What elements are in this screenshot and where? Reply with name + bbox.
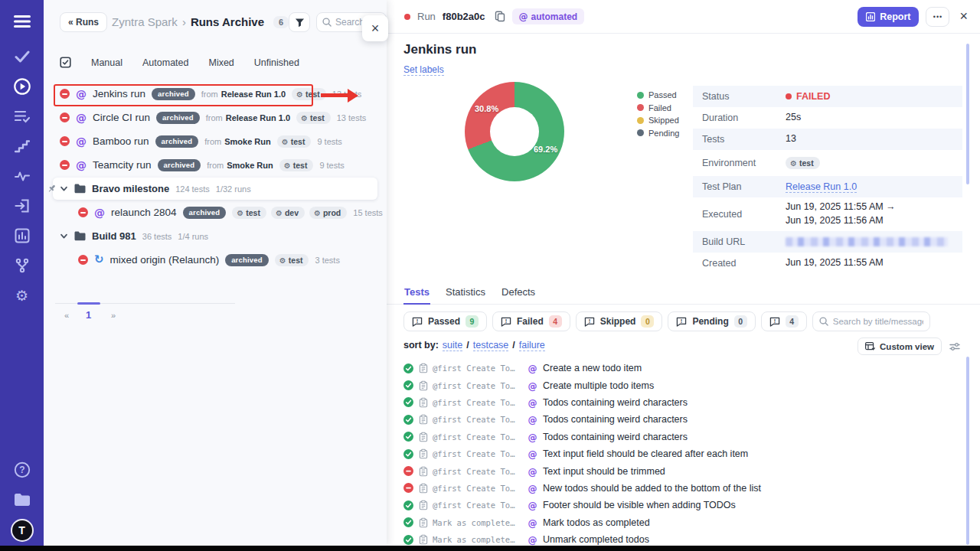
test-title[interactable]: New todos should be added to the bottom …	[543, 483, 761, 494]
test-row[interactable]: @first Create To… Create a new todo item	[403, 360, 963, 377]
back-to-runs-button[interactable]: « Runs	[60, 12, 107, 32]
milestone-row[interactable]: Bravo milestone 124 tests 1/32 runs	[53, 178, 377, 200]
filter-funnel-button[interactable]	[289, 12, 310, 32]
test-title[interactable]: Footer should be visible when adding TOD…	[543, 500, 736, 510]
run-list-item[interactable]: Circle CI run archived from Release Run …	[53, 106, 377, 129]
tab-tests[interactable]: Tests	[403, 286, 430, 305]
run-list-item[interactable]: Teamcity run archived from Smoke Run tes…	[53, 154, 377, 176]
run-failed-status-icon	[60, 136, 70, 146]
filter-button[interactable]: ! Passed 9	[403, 311, 487, 331]
test-row[interactable]: @first Create To… Todos containing weird…	[403, 411, 963, 428]
test-title[interactable]: Text input should be trimmed	[543, 466, 665, 477]
run-from-plan: Release Run 1.0	[221, 90, 286, 99]
test-row[interactable]: Mark as complete… Mark todos as complete…	[403, 514, 963, 531]
report-button[interactable]: Report	[858, 7, 919, 27]
scrollbar-thumb-top[interactable]	[966, 44, 969, 184]
results-donut-chart	[465, 82, 564, 181]
folder-icon	[74, 231, 86, 241]
run-name[interactable]: Jenkins run	[93, 88, 145, 99]
sort-by-failure[interactable]: failure	[519, 340, 545, 351]
milestone-name[interactable]: Build 981	[92, 230, 136, 242]
run-name[interactable]: Teamcity run	[93, 159, 152, 171]
branch-icon[interactable]	[13, 256, 31, 275]
steps-icon[interactable]	[13, 137, 31, 155]
tab-manual[interactable]: Manual	[91, 57, 122, 68]
test-row[interactable]: @first Create To… Create multiple todo i…	[403, 377, 963, 393]
tab-statistics[interactable]: Statistics	[445, 286, 486, 304]
list-check-icon[interactable]	[13, 107, 31, 126]
sort-by-suite[interactable]: suite	[443, 340, 462, 351]
more-options-button[interactable]: •••	[926, 7, 949, 27]
filter-button[interactable]: ! Failed 4	[492, 311, 570, 331]
milestone-row[interactable]: Build 981 36 tests 1/4 runs	[53, 225, 377, 247]
run-name[interactable]: Circle CI run	[93, 112, 150, 123]
filter-button[interactable]: ! Pending 0	[668, 311, 755, 331]
run-name[interactable]: Bamboo run	[93, 135, 149, 147]
custom-view-button[interactable]: Custom view	[858, 337, 942, 355]
projects-folder-icon[interactable]	[13, 491, 31, 509]
tests-search-box[interactable]	[812, 311, 930, 331]
import-icon[interactable]	[13, 197, 31, 215]
test-row[interactable]: @first Create To… Text input should be t…	[403, 462, 963, 479]
test-row[interactable]: @first Create To… Todos containing weird…	[403, 394, 963, 411]
menu-icon[interactable]	[13, 12, 31, 31]
pagination-next[interactable]: »	[111, 311, 116, 320]
run-failed-status-icon	[60, 89, 70, 99]
tab-automated[interactable]: Automated	[142, 57, 188, 68]
chevron-down-icon[interactable]	[60, 184, 68, 193]
test-title[interactable]: Unmark completed todos	[543, 534, 649, 545]
test-row[interactable]: @first Create To… Todos containing weird…	[403, 429, 963, 445]
test-title[interactable]: Text input field should be cleared after…	[543, 448, 748, 459]
test-plan-link[interactable]: Release Run 1.0	[786, 181, 857, 193]
filter-button[interactable]: ! Skipped 0	[576, 311, 663, 331]
test-row[interactable]: @first Create To… New todos should be ad…	[403, 480, 963, 497]
test-title[interactable]: Todos containing weird characters	[543, 432, 688, 442]
checkmark-nav-icon[interactable]	[13, 47, 31, 66]
close-detail-icon[interactable]: ×	[959, 8, 968, 24]
settings-gear-icon[interactable]: ⚙	[13, 286, 31, 305]
sliders-icon[interactable]	[949, 342, 960, 351]
run-info-row: Tests 13	[693, 129, 962, 150]
breadcrumb-separator: ›	[182, 15, 186, 28]
tests-search-input[interactable]	[833, 317, 923, 326]
chevron-down-icon[interactable]	[60, 232, 68, 240]
select-all-icon[interactable]	[60, 57, 71, 68]
scrollbar-thumb-bottom[interactable]	[966, 357, 969, 545]
test-title[interactable]: Mark todos as completed	[543, 517, 650, 528]
run-name[interactable]: relaunch 2804	[111, 207, 177, 218]
filter-button[interactable]: ! 4	[761, 311, 807, 331]
help-icon[interactable]: ?	[13, 461, 31, 479]
run-list-item[interactable]: mixed origin (Relaunch) archived test 3 …	[53, 249, 377, 271]
test-row[interactable]: @first Create To… Footer should be visib…	[403, 497, 963, 514]
test-title[interactable]: Todos containing weird characters	[543, 414, 688, 425]
app-logo[interactable]: T	[12, 520, 32, 540]
test-row[interactable]: @first Create To… Text input field shoul…	[403, 445, 963, 462]
close-panel-icon[interactable]: ×	[362, 15, 388, 41]
test-title[interactable]: Todos containing weird characters	[543, 397, 688, 408]
breadcrumb-project[interactable]: Zyntra Spark	[112, 15, 178, 28]
report-chart-icon[interactable]	[13, 227, 31, 245]
run-list-item[interactable]: relaunch 2804 archived testdevprod 15 te…	[53, 201, 377, 223]
test-title[interactable]: Create multiple todo items	[543, 380, 654, 391]
milestone-name[interactable]: Bravo milestone	[92, 183, 169, 194]
run-name[interactable]: mixed origin (Relaunch)	[110, 254, 220, 266]
tab-unfinished[interactable]: Unfinished	[254, 57, 299, 68]
gear-icon	[284, 161, 291, 170]
activity-pulse-icon[interactable]	[13, 167, 31, 185]
run-list-item[interactable]: Bamboo run archived from Smoke Run test …	[53, 130, 377, 152]
automated-test-icon	[527, 465, 538, 478]
runs-play-icon[interactable]	[13, 77, 31, 96]
sort-row: sort by: suite/testcase/failure	[403, 340, 545, 351]
tab-defects[interactable]: Defects	[501, 286, 536, 304]
pagination-prev[interactable]: «	[64, 311, 69, 320]
set-labels-link[interactable]: Set labels	[403, 64, 444, 76]
donut-passed-percent-label: 69.2%	[534, 145, 557, 154]
test-suite-path: @first Create To…	[433, 364, 522, 373]
pagination-page-1[interactable]: 1	[86, 309, 91, 321]
sort-by-testcase[interactable]: testcase	[473, 340, 509, 351]
environment-name: prod	[323, 208, 341, 217]
test-title[interactable]: Create a new todo item	[543, 363, 642, 373]
tab-mixed[interactable]: Mixed	[208, 57, 234, 68]
test-suite-path: @first Create To…	[433, 500, 522, 510]
copy-icon[interactable]	[495, 11, 505, 22]
